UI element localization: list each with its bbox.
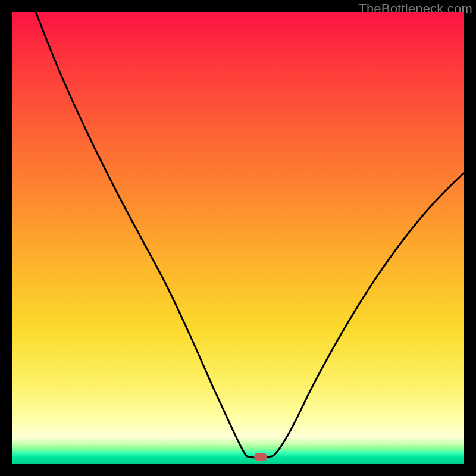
optimal-point-marker: [254, 453, 267, 461]
chart-frame: TheBottleneck.com: [0, 0, 476, 476]
bottleneck-curve-path: [36, 12, 464, 458]
plot-area: [12, 12, 464, 464]
bottleneck-curve: [12, 12, 464, 464]
